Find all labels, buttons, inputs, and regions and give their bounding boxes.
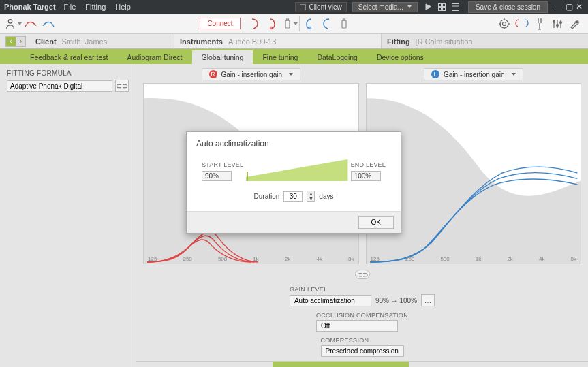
bottom-tab-tinnitus[interactable]: Tinnitus balance — [409, 362, 545, 367]
end-level-value: 100% — [354, 172, 372, 180]
spinner-down-icon[interactable]: ▼ — [307, 196, 314, 201]
tab-feedback[interactable]: Feedback & real ear test — [20, 50, 117, 64]
gain-level-settings-button[interactable]: … — [421, 294, 435, 306]
app-title: Phonak Target — [4, 3, 56, 11]
target-icon[interactable] — [495, 16, 513, 32]
svg-rect-13 — [343, 19, 345, 20]
compression-select[interactable]: Prescribed compression — [321, 345, 404, 357]
chevron-down-icon — [407, 5, 412, 8]
duration-spinner[interactable]: ▲▼ — [307, 191, 315, 202]
bottom-tab-initial[interactable]: Initial fitting — [273, 362, 409, 367]
maximize-button[interactable]: ▢ — [566, 2, 573, 12]
tab-datalogging[interactable]: DataLogging — [307, 50, 367, 64]
gain-level-label: GAIN LEVEL — [290, 286, 328, 293]
ok-button[interactable]: OK — [358, 216, 394, 229]
compression-label: COMPRESSION — [321, 337, 369, 344]
svg-rect-3 — [439, 7, 442, 10]
hearing-aid-left-icon[interactable] — [300, 16, 318, 32]
end-level-select[interactable]: 100% — [351, 171, 381, 181]
svg-rect-10 — [286, 19, 288, 20]
spinner-up-icon[interactable]: ▲ — [307, 191, 314, 196]
tabs-row: Feedback & real ear test Audiogram Direc… — [0, 49, 588, 64]
sliders-icon[interactable] — [548, 16, 566, 32]
battery-icon[interactable] — [281, 16, 299, 32]
select-media-label: Select media... — [358, 3, 403, 11]
chevron-down-icon — [289, 73, 293, 76]
occlusion-select[interactable]: Off — [316, 320, 398, 332]
link-charts-button[interactable]: ⊂⊃ — [355, 270, 370, 279]
svg-marker-28 — [246, 159, 347, 181]
client-view-toggle[interactable]: Client view — [295, 2, 346, 12]
end-level-label: END LEVEL — [351, 161, 386, 168]
auto-acclimatization-dialog: Auto acclimatization START LEVEL 90% END… — [186, 131, 401, 234]
occlusion-label: OCCLUSION COMPENSATION — [316, 312, 408, 319]
menu-fitting[interactable]: Fitting — [85, 3, 106, 11]
gain-level-range: 90% → 100% — [375, 297, 417, 304]
connect-button[interactable]: Connect — [200, 18, 240, 29]
nav-arrows[interactable]: ‹› — [5, 36, 26, 47]
curve-left-icon[interactable] — [22, 16, 40, 32]
svg-point-11 — [309, 27, 311, 29]
svg-point-25 — [560, 21, 562, 23]
svg-rect-12 — [342, 20, 346, 28]
svg-marker-0 — [426, 4, 431, 10]
svg-rect-1 — [439, 3, 442, 6]
duration-unit: days — [319, 193, 333, 200]
svg-point-15 — [503, 22, 506, 25]
duration-label: Duration — [254, 193, 280, 200]
select-media-dropdown[interactable]: Select media... — [352, 2, 418, 12]
svg-rect-9 — [285, 20, 290, 28]
svg-rect-4 — [443, 7, 446, 10]
hearing-aid-right-icon[interactable] — [264, 16, 281, 32]
chart-x-axis: 1252505001k2k4k8k — [144, 256, 358, 262]
layout-icon[interactable] — [450, 2, 461, 12]
start-level-select[interactable]: 90% — [202, 171, 232, 181]
chart-right-title: Gain - insertion gain — [221, 71, 283, 78]
fitting-label: Fitting — [387, 37, 410, 46]
checkbox-icon — [300, 4, 306, 10]
menu-file[interactable]: File — [64, 3, 76, 11]
wrench-icon[interactable] — [566, 16, 584, 32]
menu-help[interactable]: Help — [115, 3, 131, 11]
duration-input[interactable] — [283, 191, 303, 202]
gain-level-select[interactable]: Auto acclimatization — [290, 295, 371, 306]
link-formula-button[interactable]: ⊂⊃ — [115, 80, 129, 92]
tab-device-options[interactable]: Device options — [367, 50, 433, 64]
play-icon[interactable] — [423, 2, 434, 12]
tuning-fork-icon[interactable] — [531, 16, 548, 32]
toolbar: Connect — [0, 14, 588, 34]
title-bar: Phonak Target File Fitting Help Client v… — [0, 0, 588, 14]
chevron-down-icon — [512, 73, 516, 76]
minimize-button[interactable]: — — [555, 2, 563, 12]
start-level-value: 90% — [205, 172, 219, 180]
instruments-label: Instruments — [180, 37, 223, 46]
svg-point-23 — [553, 20, 555, 22]
tab-global-tuning[interactable]: Global tuning — [192, 50, 253, 64]
dialog-title: Auto acclimatization — [187, 132, 401, 154]
client-view-label: Client view — [309, 3, 341, 11]
chart-right-title-dropdown[interactable]: R Gain - insertion gain — [202, 68, 301, 80]
client-label: Client — [35, 37, 57, 46]
bottom-tabs: Initial fitting Tinnitus balance — [136, 361, 588, 367]
curve-right-icon[interactable] — [40, 16, 57, 32]
save-close-button[interactable]: Save & close session — [468, 1, 548, 13]
instruments-value: Audéo B90-13 — [228, 37, 276, 46]
right-ear-icon[interactable] — [246, 16, 264, 32]
svg-point-7 — [8, 19, 12, 22]
context-bar: ‹› Client Smith, James Instruments Audéo… — [0, 34, 588, 49]
mute-icon[interactable] — [335, 16, 353, 32]
left-ear-icon[interactable] — [318, 16, 335, 32]
controls: ⊂⊃ GAIN LEVEL Auto acclimatization 90% →… — [136, 264, 588, 361]
acclimatization-wedge — [246, 158, 347, 181]
svg-rect-5 — [452, 3, 459, 10]
fitting-formula-select[interactable]: Adaptive Phonak Digital — [7, 80, 112, 92]
patient-icon[interactable] — [4, 16, 22, 32]
svg-point-14 — [500, 20, 508, 28]
tab-audiogram[interactable]: Audiogram Direct — [117, 50, 191, 64]
grid-icon[interactable] — [437, 2, 448, 12]
chart-left-title-dropdown[interactable]: L Gain - insertion gain — [424, 68, 523, 80]
tab-fine-tuning[interactable]: Fine tuning — [253, 50, 307, 64]
close-button[interactable]: ✕ — [576, 2, 583, 12]
ear-pair-icon[interactable] — [513, 16, 531, 32]
client-value: Smith, James — [62, 37, 108, 46]
